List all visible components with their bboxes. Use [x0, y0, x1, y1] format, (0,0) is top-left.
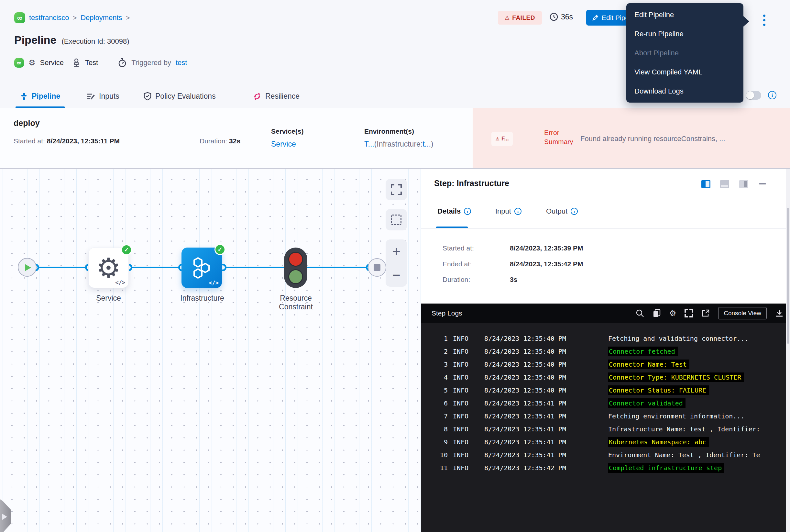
panel-scrollbar[interactable] [786, 169, 790, 532]
execution-id: (Execution Id: 30098) [61, 37, 129, 45]
menu-item-download-logs[interactable]: Download Logs [626, 81, 744, 101]
stage-duration: Duration: 32s [199, 137, 240, 145]
start-node[interactable] [18, 258, 37, 277]
environment-icon [72, 58, 80, 67]
infrastructure-link[interactable]: t... [423, 140, 431, 148]
tab-resilience[interactable]: Resilience [253, 85, 300, 108]
info-icon[interactable]: i [464, 208, 471, 215]
menu-item-view-compiled-yaml[interactable]: View Compiled YAML [626, 62, 744, 81]
tab-input[interactable]: Inputi [495, 207, 521, 215]
tab-pipeline[interactable]: Pipeline [20, 85, 60, 108]
play-icon [25, 264, 31, 271]
pipeline-meta-row: ∞ ⚙ Service Test Triggered by test [14, 57, 187, 69]
open-external-icon[interactable] [701, 309, 710, 318]
layout-bottom-icon[interactable] [720, 180, 729, 188]
detail-duration: Duration: 3s [443, 276, 470, 284]
status-badge: ⚠ FAILED [498, 11, 542, 24]
red-light-icon [288, 252, 303, 267]
search-icon[interactable] [636, 309, 644, 318]
tab-inputs[interactable]: Inputs [87, 85, 119, 108]
pipeline-graph-canvas[interactable] [0, 168, 421, 532]
divider [259, 115, 259, 160]
log-row: 6INFO8/24/2023 12:35:41 PMConnector vali… [421, 397, 790, 410]
copy-icon[interactable] [653, 309, 661, 318]
log-row: 9INFO8/24/2023 12:35:41 PMKubernetes Nam… [421, 436, 790, 449]
triggered-by-label: Triggered by [131, 59, 171, 67]
step-panel-title: Step: Infrastructure [434, 178, 509, 188]
tab-policy-evaluations[interactable]: Policy Evaluations [143, 85, 216, 108]
breadcrumb: ∞ testfrancisco > Deployments > [14, 12, 130, 23]
layout-split-icon[interactable] [701, 180, 710, 188]
environments-label: Environment(s) [364, 128, 414, 135]
clock-icon [549, 12, 558, 21]
log-row: 5INFO8/24/2023 12:35:40 PMConnector Stat… [421, 384, 790, 397]
stage-started-at: Started at: 8/24/2023, 12:35:11 PM [14, 137, 120, 145]
harness-logo-icon: ∞ [14, 12, 25, 23]
download-icon[interactable] [775, 309, 784, 318]
log-row: 11INFO8/24/2023 12:35:42 PMCompleted inf… [421, 461, 790, 474]
triggered-by-user-link[interactable]: test [176, 59, 187, 67]
canvas-zoom-controls: + − [386, 240, 407, 287]
pipeline-execution-page: ∞ testfrancisco > Deployments > Pipeline… [0, 0, 790, 532]
success-check-badge: ✓ [121, 244, 132, 255]
step-logs-output[interactable]: 1INFO8/24/2023 12:35:40 PMFetching and v… [421, 323, 790, 532]
resilience-icon [253, 92, 262, 101]
page-title-row: Pipeline (Execution Id: 30098) [14, 34, 129, 46]
canvas-select-button[interactable] [386, 209, 407, 230]
warning-icon: ⚠ [495, 136, 500, 141]
menu-item-edit-pipeline[interactable]: Edit Pipeline [626, 5, 744, 24]
tab-output[interactable]: Outputi [546, 207, 578, 215]
info-icon[interactable]: i [571, 208, 578, 215]
log-settings-gear-icon[interactable]: ⚙ [669, 309, 676, 318]
zoom-out-button[interactable]: − [392, 269, 401, 282]
tab-details[interactable]: Detailsi [437, 207, 471, 215]
canvas-fullscreen-button[interactable] [386, 179, 407, 200]
pencil-icon [592, 15, 598, 21]
warning-icon: ⚠ [505, 15, 509, 21]
environment-link[interactable]: T... [364, 140, 374, 148]
end-node[interactable] [368, 258, 386, 277]
more-options-button[interactable] [759, 13, 769, 27]
shield-check-icon [143, 92, 151, 101]
console-view-button[interactable]: Console View [718, 307, 767, 319]
node-label-resource-constraint: Resource Constraint [266, 294, 326, 311]
log-row: 3INFO8/24/2023 12:35:40 PMConnector Name… [421, 358, 790, 371]
divider [108, 53, 108, 73]
zoom-in-button[interactable]: + [392, 245, 401, 258]
stage-name[interactable]: deploy [14, 118, 40, 128]
resource-constraint-node[interactable] [284, 248, 307, 288]
pipeline-options-menu: Edit Pipeline Re-run Pipeline Abort Pipe… [626, 3, 744, 102]
inputs-icon [87, 92, 95, 101]
infrastructure-step-node[interactable]: ✓ </> [181, 248, 222, 288]
menu-item-abort-pipeline: Abort Pipeline [626, 43, 744, 62]
test-tag-label[interactable]: Test [85, 59, 98, 67]
stop-icon [374, 264, 381, 271]
debug-toggle[interactable] [746, 91, 761, 100]
service-link[interactable]: Service [271, 140, 296, 149]
fullscreen-icon [391, 184, 402, 195]
chevron-right-icon [2, 514, 7, 520]
info-icon[interactable]: i [514, 208, 521, 215]
log-row: 2INFO8/24/2023 12:35:40 PMConnector fetc… [421, 345, 790, 358]
marquee-select-icon [391, 214, 402, 225]
stopwatch-icon [118, 58, 127, 68]
step-logs-panel: Step Logs ⚙ Console View [421, 304, 790, 532]
menu-item-rerun-pipeline[interactable]: Re-run Pipeline [626, 24, 744, 43]
service-tag-label[interactable]: Service [40, 59, 64, 67]
failed-mini-badge: ⚠ F... [492, 132, 513, 146]
breadcrumb-deployments-link[interactable]: Deployments [80, 14, 122, 22]
layout-right-icon[interactable] [739, 180, 748, 188]
step-logs-header: Step Logs ⚙ Console View [421, 304, 790, 323]
node-label-infrastructure: Infrastructure [171, 294, 233, 303]
gear-icon: ⚙ [28, 58, 36, 67]
log-row: 7INFO8/24/2023 12:35:41 PMFetching envir… [421, 410, 790, 423]
execution-duration: 36s [549, 12, 573, 21]
success-check-badge: ✓ [214, 244, 226, 255]
services-label: Service(s) [271, 128, 304, 135]
service-step-node[interactable]: ⚙ ✓ </> [88, 248, 129, 288]
info-icon[interactable]: i [768, 91, 776, 99]
breadcrumb-account-link[interactable]: testfrancisco [29, 14, 69, 22]
minimize-icon[interactable] [759, 183, 766, 185]
logs-fullscreen-icon[interactable] [685, 309, 693, 318]
log-row: 4INFO8/24/2023 12:35:40 PMConnector Type… [421, 371, 790, 384]
